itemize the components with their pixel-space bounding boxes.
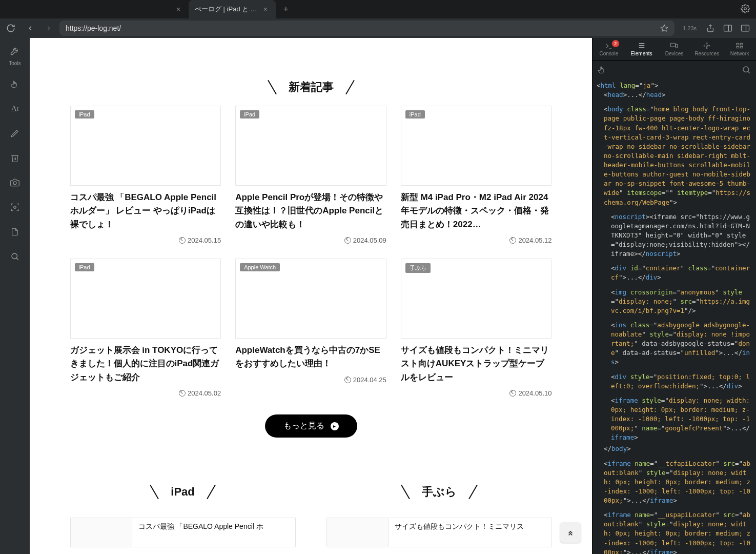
card-date: 2024.05.09	[235, 236, 386, 244]
svg-rect-17	[676, 44, 678, 48]
trash-icon[interactable]	[8, 151, 22, 165]
pointer-icon[interactable]	[598, 65, 607, 74]
svg-point-8	[13, 182, 16, 185]
card-date: 2024.05.10	[401, 389, 552, 397]
console-badge: 2	[612, 40, 619, 47]
category-badge: iPad	[240, 110, 259, 118]
capture-icon[interactable]	[8, 201, 22, 214]
star-icon[interactable]	[660, 24, 668, 32]
reload-icon[interactable]	[5, 23, 16, 34]
panel-icon[interactable]	[722, 23, 733, 34]
svg-rect-23	[737, 43, 739, 45]
card-thumbnail: Apple Watch	[235, 259, 386, 339]
card-thumbnail: 手ぶら	[401, 259, 552, 339]
tab-elements[interactable]: Elements	[625, 38, 658, 60]
browser-tab-inactive[interactable]: ×	[103, 0, 189, 18]
article-card[interactable]: iPad ガジェット展示会 in TOKYOに行ってきました！個人的に注目のiP…	[70, 259, 221, 397]
page-viewport[interactable]: 新着記事 iPad コスパ最強 「BEGALO Apple Pencil ホルダ…	[30, 38, 592, 554]
card-thumbnail: iPad	[70, 106, 221, 186]
category-badge: 手ぶら	[405, 263, 431, 273]
search-icon[interactable]	[742, 65, 751, 74]
tab-bar: × ぺーログ | iPad と … × +	[0, 0, 756, 18]
card-thumbnail: iPad	[401, 106, 552, 186]
address-bar[interactable]: https://pe-log.net/	[59, 21, 675, 36]
browser-toolbar: https://pe-log.net/ 1.23s	[0, 18, 756, 38]
history-icon	[179, 237, 186, 244]
text-icon[interactable]: AI	[8, 102, 22, 115]
section-title-ipad: iPad	[70, 473, 296, 510]
history-icon	[509, 390, 516, 397]
article-card[interactable]: iPad 新型 M4 iPad Pro・M2 iPad Air 2024年モデル…	[401, 106, 552, 244]
tab-title: ぺーログ | iPad と …	[195, 5, 257, 14]
svg-point-9	[14, 206, 16, 209]
article-card[interactable]: 手ぶら サイズも値段もコンパクト！ミニマリスト向けAUKEYストラップ型ケーブル…	[401, 259, 552, 397]
search-icon[interactable]	[8, 250, 22, 263]
history-icon	[509, 237, 516, 244]
card-thumbnail: iPad	[70, 259, 221, 339]
forward-icon[interactable]	[43, 23, 54, 34]
back-icon[interactable]	[25, 23, 36, 34]
browser-tab-active[interactable]: ぺーログ | iPad と … ×	[189, 0, 276, 18]
svg-point-22	[709, 45, 710, 46]
tab-devices[interactable]: Devices	[658, 38, 691, 60]
left-sidebar: Tools AI	[0, 38, 30, 554]
pointer-icon[interactable]	[8, 77, 22, 91]
card-date: 2024.05.15	[70, 236, 221, 244]
share-icon[interactable]	[705, 23, 716, 34]
category-badge: Apple Watch	[240, 263, 280, 271]
svg-rect-3	[724, 25, 732, 31]
svg-rect-16	[671, 43, 676, 47]
file-icon[interactable]	[8, 225, 22, 239]
svg-rect-25	[737, 46, 739, 48]
card-title: コスパ最強 「BEGALO Apple Pencil ホルダー」 レビュー やっ…	[70, 191, 221, 231]
svg-line-28	[748, 71, 750, 73]
svg-point-27	[743, 67, 749, 72]
svg-rect-26	[740, 46, 743, 48]
card-title: ガジェット展示会 in TOKYOに行ってきました！個人的に注目のiPad関連ガ…	[70, 344, 221, 384]
panel-right-icon[interactable]	[740, 23, 751, 34]
gear-icon[interactable]	[741, 4, 750, 13]
article-card[interactable]: Apple Watch AppleWatchを買うなら中古の7かSEをおすすめし…	[235, 259, 386, 397]
tools-label: Tools	[9, 61, 21, 66]
svg-point-0	[744, 8, 747, 10]
svg-line-11	[16, 258, 18, 260]
tab-resources[interactable]: Resources	[690, 38, 723, 60]
section-title-tebura: 手ぶら	[326, 473, 552, 510]
card-date: 2024.05.12	[401, 236, 552, 244]
card-title: AppleWatchを買うなら中古の7かSEをおすすめしたい理由！	[235, 344, 386, 371]
load-timing: 1.23s	[680, 25, 700, 31]
article-card[interactable]: iPad コスパ最強 「BEGALO Apple Pencil ホルダー」 レビ…	[70, 106, 221, 244]
pencil-icon[interactable]	[8, 127, 22, 140]
url-text: https://pe-log.net/	[66, 24, 121, 32]
card-title: Apple Pencil Proが登場！その特徴や互換性は！？旧世代のApple…	[235, 191, 386, 231]
scroll-top-button[interactable]	[560, 522, 581, 543]
article-card[interactable]: iPad Apple Pencil Proが登場！その特徴や互換性は！？旧世代の…	[235, 106, 386, 244]
svg-rect-24	[740, 43, 743, 45]
close-icon[interactable]: ×	[261, 5, 270, 13]
devtools-panel: Console2 Elements Devices Resources Netw…	[592, 38, 756, 554]
list-item[interactable]: コスパ最強 「BEGALO Apple Pencil ホ	[70, 518, 296, 547]
card-thumbnail: iPad	[235, 106, 386, 186]
elements-tree[interactable]: <html lang="ja"> <head>...</head> <body …	[592, 79, 756, 554]
more-button[interactable]: もっと見る▸	[265, 414, 357, 438]
card-title: サイズも値段もコンパクト！ミニマリスト向けAUKEYストラップ型ケーブルをレビュ…	[401, 344, 552, 384]
tab-console[interactable]: Console2	[592, 38, 625, 60]
svg-point-10	[12, 253, 17, 259]
svg-point-19	[706, 43, 707, 44]
svg-marker-1	[661, 25, 667, 31]
card-date: 2024.04.25	[235, 376, 386, 384]
new-tab-button[interactable]: +	[279, 2, 293, 16]
card-title: 新型 M4 iPad Pro・M2 iPad Air 2024年モデルの特徴・ス…	[401, 191, 552, 231]
history-icon	[344, 377, 351, 383]
close-icon[interactable]: ×	[174, 5, 182, 13]
tab-network[interactable]: Network	[723, 38, 756, 60]
category-badge: iPad	[405, 110, 425, 118]
camera-icon[interactable]	[8, 176, 22, 189]
history-icon	[179, 390, 186, 397]
tools-icon[interactable]	[8, 44, 22, 57]
category-badge: iPad	[75, 263, 94, 271]
svg-point-21	[704, 45, 705, 46]
list-item[interactable]: サイズも値段もコンパクト！ミニマリス	[326, 518, 552, 547]
section-title: 新着記事	[50, 69, 571, 106]
category-badge: iPad	[75, 110, 94, 118]
